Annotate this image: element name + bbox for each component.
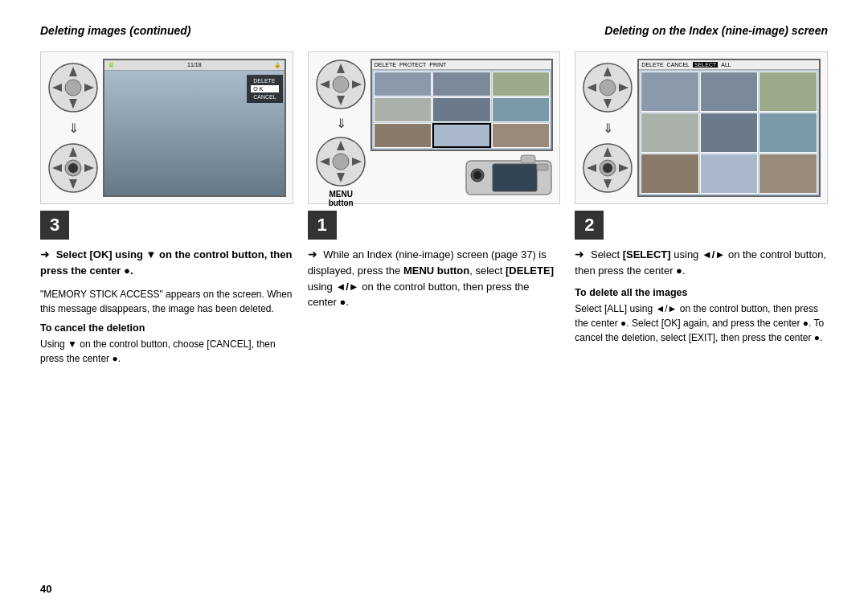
grid3-cell-8 [700,154,759,194]
bar-item-print: PRINT [429,62,446,68]
step-badge-2: 1 [308,211,337,240]
column-3: ⇓ [575,51,828,366]
menu-item-delete: DELETE [251,77,278,84]
header-right: Deleting on the Index (nine-image) scree… [604,24,828,37]
camera-illustration-3: ⇓ [575,51,828,204]
bar-item-select-3: SELECT [693,62,718,68]
menu-item-ok: O K [251,85,278,92]
grid-cell-8 [432,123,491,148]
svg-point-24 [333,154,349,170]
column-2: ⇓ MENUbutton [308,51,561,366]
grid-cell-2 [432,72,491,96]
camera-illustration-2: ⇓ MENUbutton [308,51,561,204]
control-pad-bottom-2 [315,136,367,188]
screen-protect-1: 🔒 [274,62,281,68]
svg-rect-30 [537,164,548,170]
screen-grid-2 [372,70,552,150]
control-pad-area-1: ⇓ [47,62,100,195]
col2-right: DELETE PROTECT PRINT [371,59,554,197]
column-1: ⇓ [40,51,293,366]
control-pad-bottom-1 [47,142,100,195]
columns: ⇓ [40,51,828,366]
note-1: "MEMORY STICK ACCESS" appears on the scr… [40,287,293,316]
control-pad-bottom-3 [582,142,634,195]
menu-button-label: MENUbutton [329,190,354,207]
down-indicator-1: ⇓ [68,121,79,136]
menu-item-cancel: CANCEL [251,93,278,100]
camera-illustration-1: ⇓ [40,51,293,204]
grid3-cell-5 [700,113,759,153]
down-indicator-3: ⇓ [603,121,613,136]
col3-left: ⇓ [582,62,634,195]
grid3-cell-3 [759,72,817,112]
svg-rect-26 [493,164,537,191]
svg-point-36 [600,80,616,96]
grid3-cell-4 [641,113,699,153]
grid-cell-9 [492,123,551,148]
svg-point-18 [333,76,349,92]
screen-grid-3 [639,70,819,195]
header: Deleting images (continued) Deleting on … [40,24,828,37]
instruction-1: ➜ Select [OK] using ▼ on the control but… [40,246,293,279]
grid3-cell-7 [641,154,699,194]
instruction-2: ➜ While an Index (nine-image) screen (pa… [308,246,561,310]
screen-counter-1: 11/18 [187,62,202,68]
page: Deleting images (continued) Deleting on … [0,0,868,611]
bar-item-protect: PROTECT [399,62,426,68]
screen-single-1: 🔋 11/18 🔒 DELETE O K CANCEL [103,59,286,197]
grid-cell-5 [432,97,491,122]
camera-body-area-2 [371,153,554,197]
bottom-ctrl-2: MENUbutton [315,136,367,207]
grid-cell-6 [492,97,551,122]
grid-cell-7 [374,123,432,148]
control-pad-top-1 [47,62,100,114]
step-badge-1: 3 [40,211,69,240]
screen-top-bar-1: 🔋 11/18 🔒 [104,60,285,71]
arrow-1: ➜ [40,248,50,260]
subtext-3: Select [ALL] using ◄/► on the control bu… [575,301,828,345]
screen-index-3: DELETE CANCEL SELECT ALL [637,59,821,197]
grid3-cell-6 [759,113,817,153]
camera-body-svg-2 [465,153,553,197]
screen-icon-1: 🔋 [108,62,115,68]
down-indicator-2: ⇓ [336,116,346,131]
screen-menubar-3: DELETE CANCEL SELECT ALL [639,60,819,70]
bar-item-delete: DELETE [375,62,396,68]
arrow-2: ➜ [308,248,317,260]
screen-menu-overlay-1: DELETE O K CANCEL [247,75,282,103]
arrow-3: ➜ [575,248,584,260]
instruction-3: ➜ Select [SELECT] using ◄/► on the contr… [575,246,828,279]
screen-menubar-2: DELETE PROTECT PRINT [372,60,552,70]
grid-cell-3 [492,72,551,96]
control-pad-top-3 [582,62,634,114]
subtext-1: Using ▼ on the control button, choose [C… [40,337,293,366]
bar-item-delete-3: DELETE [641,62,663,68]
header-left: Deleting images (continued) [40,24,190,37]
col2-left: ⇓ MENUbutton [315,59,367,207]
svg-point-5 [65,80,81,96]
step-badge-3: 2 [575,211,604,240]
screen-mockup-3: DELETE CANCEL SELECT ALL [637,59,821,197]
grid-cell-1 [374,72,432,96]
svg-point-28 [473,171,481,179]
control-pad-top-2 [315,59,367,111]
subheading-3: To delete all the images [575,287,828,298]
svg-point-43 [603,163,612,173]
grid3-cell-1 [641,72,699,112]
page-number: 40 [40,583,51,595]
bar-item-all-3: ALL [721,62,731,68]
screen-index-2: DELETE PROTECT PRINT [371,59,554,151]
subheading-1: To cancel the deletion [40,322,293,334]
screen-mockup-1: 🔋 11/18 🔒 DELETE O K CANCEL [103,59,286,197]
bar-item-cancel-3: CANCEL [667,62,690,68]
grid3-cell-9 [759,154,817,194]
svg-rect-29 [521,155,535,163]
grid3-cell-2 [700,72,759,112]
svg-point-12 [68,163,78,173]
grid-cell-4 [374,97,432,122]
